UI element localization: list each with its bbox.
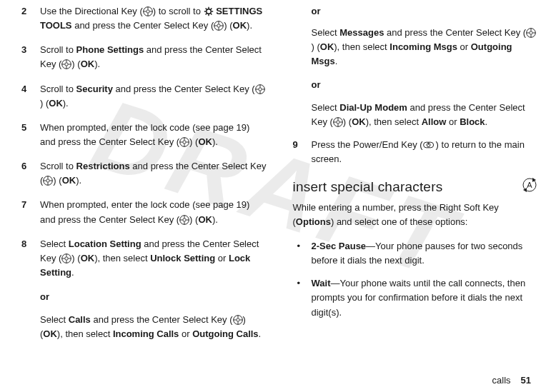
text: Scroll to	[40, 161, 76, 171]
footer-section: calls	[492, 375, 511, 386]
left-column: 2 Use the Directional Key () to scroll t…	[21, 4, 267, 392]
bullet-dot: •	[293, 239, 312, 268]
text: ), then select	[366, 116, 422, 127]
step-8: 8 Select Location Setting and press the …	[21, 237, 267, 280]
footer-page-number: 51	[521, 375, 531, 386]
page-footer: calls51	[492, 373, 531, 388]
text: or	[457, 41, 471, 52]
text: Select	[312, 27, 340, 38]
bullet-body: Wait—Your phone waits until the call con…	[312, 276, 539, 319]
security-label: Security	[76, 84, 113, 94]
bullet-wait: • Wait—Your phone waits until the call c…	[293, 276, 539, 319]
step-6: 6 Scroll to Restrictions and press the C…	[21, 159, 267, 188]
text: ) (	[189, 136, 198, 147]
text: Use the Directional Key (	[40, 6, 143, 16]
restrictions-label: Restrictions	[76, 161, 130, 171]
messages-label: Messages	[339, 27, 384, 38]
step-body: Press the Power/End Key () to return to …	[312, 138, 539, 166]
wait-label: Wait	[312, 278, 331, 288]
section-heading: insert special characters	[293, 176, 539, 197]
step-number: 3	[21, 43, 40, 71]
dialup-option: Select Dial-Up Modem and press the Cente…	[312, 101, 539, 129]
dpad-icon	[333, 117, 343, 127]
ok-label: OK	[233, 20, 247, 31]
ok-label: OK	[198, 136, 212, 147]
text: or	[179, 328, 192, 339]
bullet-body: 2-Sec Pause—Your phone pauses for two se…	[312, 239, 539, 268]
dpad-icon	[143, 6, 153, 16]
ok-label: OK	[198, 214, 212, 225]
text: and press the Center Select Key (	[113, 84, 255, 94]
step-number: 6	[21, 159, 40, 188]
text: ).	[63, 98, 69, 109]
gear-icon	[204, 6, 214, 16]
text: and press the Center Select Key (	[72, 20, 214, 31]
step-number: 5	[21, 121, 40, 149]
step-2: 2 Use the Directional Key () to scroll t…	[21, 4, 267, 33]
text: When prompted, enter the lock code (see …	[40, 122, 249, 147]
text: ), then select	[334, 41, 389, 52]
text: ) (	[71, 253, 80, 263]
incoming-msgs-label: Incoming Msgs	[389, 41, 457, 52]
ok-label: OK	[49, 98, 63, 109]
section-intro: While entering a number, press the Right…	[293, 201, 539, 229]
text: and press the Center Select Key (	[91, 314, 233, 325]
text: ) (	[312, 41, 320, 52]
text: Scroll to	[40, 44, 76, 55]
text: Select	[40, 314, 69, 325]
right-column: or Select Messages and press the Center …	[293, 4, 539, 392]
step-5: 5 When prompted, enter the lock code (se…	[21, 121, 267, 149]
text: —Your phone waits until the call connect…	[312, 278, 526, 317]
step-body: Scroll to Phone Settings and press the C…	[40, 43, 267, 71]
dpad-icon	[179, 215, 189, 225]
messages-option: Select Messages and press the Center Sel…	[312, 26, 539, 69]
section-heading-row: insert special characters	[293, 176, 539, 197]
text: Select	[312, 102, 340, 113]
2sec-pause-label: 2-Sec Pause	[312, 241, 367, 251]
location-setting-label: Location Setting	[69, 238, 142, 249]
text: ).	[76, 175, 81, 186]
block-label: Block	[460, 116, 485, 127]
step-7: 7 When prompted, enter the lock code (se…	[21, 198, 267, 226]
text: ) (	[71, 59, 80, 69]
dpad-icon	[214, 21, 224, 31]
text: ), then select	[57, 328, 113, 339]
ok-label: OK	[352, 116, 366, 127]
text: ).	[94, 59, 100, 69]
phone-settings-label: Phone Settings	[76, 44, 144, 55]
text: .	[71, 267, 74, 278]
text: ) to scroll to	[153, 6, 204, 16]
text: .	[335, 56, 338, 66]
text: and press the Center Select Key (	[384, 27, 526, 38]
text: .	[259, 328, 262, 339]
or-label: or	[312, 78, 539, 92]
step-body: Select Location Setting and press the Ce…	[40, 237, 267, 280]
text: When prompted, enter the lock code (see …	[40, 199, 249, 224]
step-number: 8	[21, 237, 40, 280]
text: ).	[212, 214, 218, 225]
step-9: 9 Press the Power/End Key () to return t…	[293, 138, 539, 166]
unlock-setting-label: Unlock Setting	[150, 253, 215, 263]
ok-label: OK	[81, 253, 95, 263]
step-body: When prompted, enter the lock code (see …	[40, 198, 267, 226]
dpad-icon	[233, 315, 243, 325]
ok-label: OK	[62, 175, 76, 186]
dpad-icon	[61, 253, 71, 263]
text: ) (	[53, 175, 61, 186]
step-4: 4 Scroll to Security and press the Cente…	[21, 82, 267, 111]
text: Select	[40, 238, 69, 249]
step-3: 3 Scroll to Phone Settings and press the…	[21, 43, 267, 71]
incoming-calls-label: Incoming Calls	[113, 328, 179, 339]
text: .	[485, 116, 488, 127]
dialup-modem-label: Dial-Up Modem	[339, 102, 407, 113]
text: ).	[212, 136, 218, 147]
calls-option: Select Calls and press the Center Select…	[40, 313, 267, 341]
text: Scroll to	[40, 84, 76, 94]
text: Press the Power/End Key (	[312, 139, 423, 150]
page-body: 2 Use the Directional Key () to scroll t…	[0, 0, 551, 392]
text: ) (	[224, 20, 232, 31]
text: or	[446, 116, 460, 127]
allow-label: Allow	[422, 116, 447, 127]
dpad-icon	[526, 28, 536, 38]
text: ) (	[189, 214, 198, 225]
